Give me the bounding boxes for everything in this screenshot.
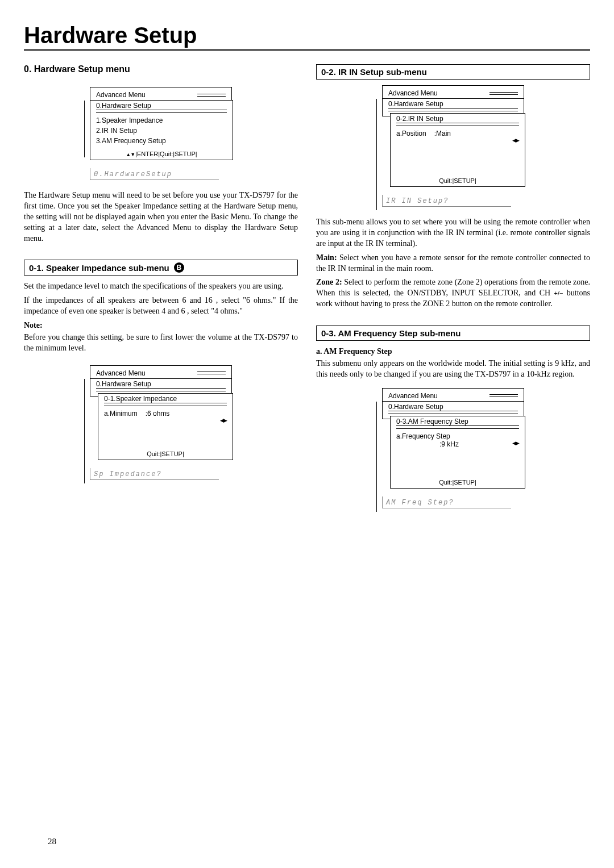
main-label: Main: bbox=[316, 253, 337, 262]
section-0-3-item-label: a. AM Frequency Step bbox=[316, 347, 590, 357]
page-title: Hardware Setup bbox=[24, 23, 590, 51]
zone2-body-a: Select to perform the remote zone (Zone … bbox=[316, 278, 590, 297]
osd-footer: |ENTER|Quit:|SETUP| bbox=[135, 151, 197, 157]
osd-item-2: 2.IR IN Setup bbox=[96, 126, 227, 136]
osd-title: 0.Hardware Setup bbox=[388, 100, 518, 108]
section-0-2-para1: This sub-menu allows you to set where yo… bbox=[316, 217, 590, 249]
osd-am-freq-step: Advanced Menu 0.Hardware Setup 0-3.AM Fr… bbox=[382, 388, 524, 508]
osd-hardware-setup-menu: Advanced Menu 0.Hardware Setup 1.Speaker… bbox=[90, 87, 232, 180]
section-0-2-zone2: Zone 2: Select to perform the remote zon… bbox=[316, 277, 590, 310]
osd-footer: Quit:|SETUP| bbox=[391, 477, 525, 488]
zone2-label: Zone 2: bbox=[316, 278, 342, 286]
osd-subtitle: 0-3.AM Frequency Step bbox=[396, 418, 519, 425]
lcd-display: 0.HardwareSetup bbox=[90, 168, 219, 180]
osd-param-value: :9 kHz bbox=[396, 440, 459, 448]
osd-title: 0.Hardware Setup bbox=[96, 380, 226, 388]
lcd-display: IR IN Setup? bbox=[382, 195, 511, 207]
heading-text: 0-1. Speaker Impedance sub-menu bbox=[29, 263, 169, 273]
section-0-3-para: This submenu only appears on the worldwi… bbox=[316, 358, 590, 380]
badge-b-icon: B bbox=[174, 262, 184, 273]
section-0-2-heading: 0-2. IR IN Setup sub-menu bbox=[316, 64, 590, 80]
section-0-3-heading: 0-3. AM Frequency Step sub-menu bbox=[316, 326, 590, 341]
lcd-display: Sp Impedance? bbox=[90, 468, 219, 480]
plus-minus-icon bbox=[554, 289, 563, 297]
lcd-display: AM Freq Step? bbox=[382, 496, 511, 508]
osd-item-3: 3.AM Frequency Setup bbox=[96, 136, 227, 146]
section-0-1-para1: Set the impedance level to match the spe… bbox=[24, 281, 298, 292]
osd-item-1: 1.Speaker Impedance bbox=[96, 115, 227, 126]
section-0-1-heading: 0-1. Speaker Impedance sub-menu B bbox=[24, 260, 298, 276]
main-body: Select when you have a remote sensor for… bbox=[316, 253, 590, 273]
osd-advanced-label: Advanced Menu bbox=[96, 91, 146, 99]
right-column: 0-2. IR IN Setup sub-menu Advanced Menu … bbox=[316, 64, 590, 519]
osd-advanced-label: Advanced Menu bbox=[388, 89, 438, 97]
section-0-heading: 0. Hardware Setup menu bbox=[24, 64, 298, 74]
heading-text: 0-3. AM Frequency Step sub-menu bbox=[321, 328, 460, 338]
osd-footer: Quit:|SETUP| bbox=[391, 175, 525, 186]
osd-subtitle: 0-2.IR IN Setup bbox=[396, 115, 519, 123]
osd-param-value: :Main bbox=[434, 130, 451, 137]
nav-arrows-icon bbox=[126, 151, 135, 157]
note-body: Before you change this setting, be sure … bbox=[24, 332, 298, 354]
section-0-2-main: Main: Select when you have a remote sens… bbox=[316, 253, 590, 274]
page-number: 28 bbox=[48, 837, 56, 846]
section-0-1-para2: If the impedances of all speakers are be… bbox=[24, 295, 298, 317]
osd-param-label: a.Position bbox=[396, 130, 426, 137]
osd-footer: Quit:|SETUP| bbox=[98, 448, 233, 460]
osd-param-label: a.Frequency Step bbox=[396, 432, 450, 440]
osd-param-value: :6 ohms bbox=[146, 410, 170, 418]
section-0-paragraph: The Hardware Setup menu will need to be … bbox=[24, 190, 298, 244]
osd-param-label: a.Minimum bbox=[104, 410, 138, 418]
osd-speaker-impedance: Advanced Menu 0.Hardware Setup 0-1.Speak… bbox=[90, 365, 232, 480]
osd-ir-in-setup: Advanced Menu 0.Hardware Setup 0-2.IR IN… bbox=[382, 85, 524, 207]
osd-subtitle: 0-1.Speaker Impedance bbox=[104, 395, 227, 403]
left-column: 0. Hardware Setup menu Advanced Menu 0.H… bbox=[24, 64, 298, 519]
osd-title: 0.Hardware Setup bbox=[388, 403, 518, 411]
osd-title: 0.Hardware Setup bbox=[96, 102, 227, 110]
note-label: Note: bbox=[24, 320, 298, 331]
osd-advanced-label: Advanced Menu bbox=[388, 392, 438, 400]
heading-text: 0-2. IR IN Setup sub-menu bbox=[321, 67, 427, 77]
osd-advanced-label: Advanced Menu bbox=[96, 369, 146, 377]
